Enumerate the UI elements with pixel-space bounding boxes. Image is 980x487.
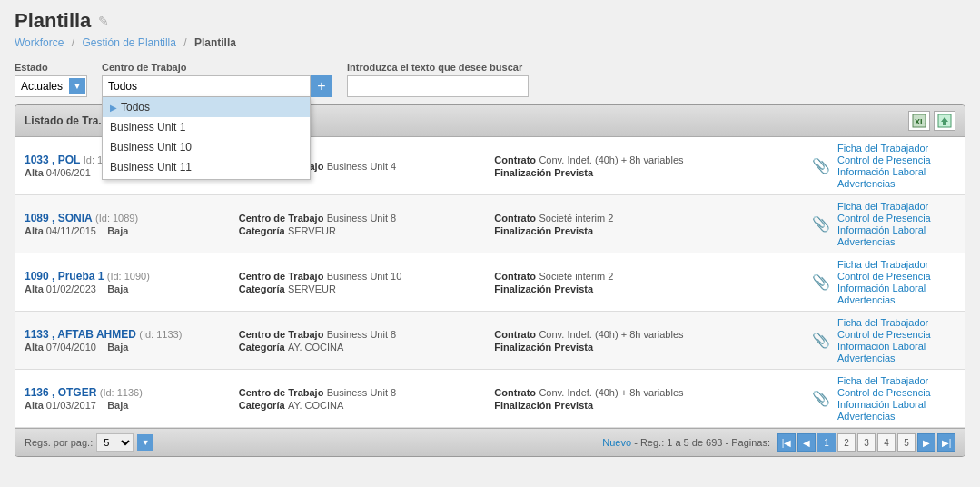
contrato-field-label-3: Contrato xyxy=(494,329,536,340)
next-page-button[interactable]: ▶ xyxy=(917,433,935,452)
centro-input[interactable] xyxy=(102,75,311,97)
breadcrumb-workforce[interactable]: Workforce xyxy=(15,36,64,49)
action-link-4-0[interactable]: Ficha del Trabajador xyxy=(837,375,955,386)
action-link-0-3[interactable]: Advertencias xyxy=(837,178,955,189)
action-link-0-2[interactable]: Información Laboral xyxy=(837,166,955,177)
emp-info-1: 1089 , SONIA (Id: 1089) Alta 04/11/2015 … xyxy=(25,212,232,236)
search-input[interactable] xyxy=(347,75,529,97)
page-button-2[interactable]: 2 xyxy=(837,433,856,452)
emp-actions-3: Ficha del TrabajadorControl de Presencia… xyxy=(837,317,955,363)
emp-name-0[interactable]: 1033 , POL xyxy=(25,154,80,166)
action-link-1-1[interactable]: Control de Presencia xyxy=(837,213,955,224)
action-link-0-0[interactable]: Ficha del Trabajador xyxy=(837,143,955,154)
page-button-5[interactable]: 5 xyxy=(897,433,916,452)
employee-list: 1033 , POL Id: 1033) Alta 04/06/201 Baja… xyxy=(15,137,965,428)
alta-label-3: Alta xyxy=(25,342,44,353)
xls-icon: XLS xyxy=(912,114,926,128)
fin-field-label-3: Finalización Prevista xyxy=(494,342,593,353)
page-wrapper: Plantilla ✎ Workforce / Gestión de Plant… xyxy=(0,0,980,487)
export-download-button[interactable] xyxy=(934,111,955,131)
action-link-4-3[interactable]: Advertencias xyxy=(837,411,955,422)
action-link-3-3[interactable]: Advertencias xyxy=(837,353,955,363)
dropdown-item-bu1[interactable]: Business Unit 1 xyxy=(103,117,310,137)
emp-contrato-1: Contrato Societé interim 2 Finalización … xyxy=(494,212,805,237)
download-icon xyxy=(937,114,952,128)
centro-field-label-2: Centro de Trabajo xyxy=(239,271,324,282)
per-page-arrow-button[interactable]: ▼ xyxy=(137,434,153,451)
breadcrumb-gestion[interactable]: Gestión de Plantilla xyxy=(83,36,176,49)
cat-field-value-4: AY. COCINA xyxy=(288,400,343,411)
pagination: Nuevo - Reg.: 1 a 5 de 693 - Paginas: |◀… xyxy=(602,433,955,452)
dropdown-item-bu11[interactable]: Business Unit 11 xyxy=(103,157,310,177)
centro-label: Centro de Trabajo xyxy=(102,62,332,73)
baja-label-3: Baja xyxy=(107,342,128,353)
baja-label-4: Baja xyxy=(107,400,128,411)
estado-arrow-icon[interactable] xyxy=(69,78,85,94)
centro-field-label-3: Centro de Trabajo xyxy=(239,329,324,340)
emp-name-4[interactable]: 1136 , OTGER xyxy=(25,386,96,399)
nuevo-label[interactable]: Nuevo xyxy=(602,437,631,448)
clip-icon-3[interactable]: 📎 xyxy=(812,332,830,350)
emp-dates-2: Alta 01/02/2023 Baja xyxy=(25,283,232,294)
per-page-select[interactable]: 5 10 25 xyxy=(96,433,134,452)
emp-id-1: (Id: 1089) xyxy=(95,213,138,224)
emp-name-3[interactable]: 1133 , AFTAB AHMED xyxy=(25,328,136,341)
fin-field-label-1: Finalización Prevista xyxy=(494,225,593,236)
search-label: Introduzca el texto que desee buscar xyxy=(347,62,529,73)
centro-add-button[interactable]: + xyxy=(311,75,332,97)
dropdown-item-bu12[interactable]: Business Unit 12 xyxy=(103,177,310,179)
cat-field-label-1: Categoría xyxy=(239,225,285,236)
action-link-1-2[interactable]: Información Laboral xyxy=(837,224,955,235)
emp-centro-2: Centro de Trabajo Business Unit 10 Categ… xyxy=(239,270,487,295)
clip-icon-2[interactable]: 📎 xyxy=(812,273,830,292)
action-link-3-1[interactable]: Control de Presencia xyxy=(837,329,955,340)
action-link-4-2[interactable]: Información Laboral xyxy=(837,399,955,410)
breadcrumb-sep-1: / xyxy=(72,36,74,49)
prev-page-button[interactable]: ◀ xyxy=(797,433,816,452)
contrato-field-value-4: Conv. Indef. (40h) + 8h variables xyxy=(539,387,683,398)
centro-field-label-4: Centro de Trabajo xyxy=(239,387,324,398)
emp-centro-4: Centro de Trabajo Business Unit 8 Catego… xyxy=(239,386,487,412)
page-button-4[interactable]: 4 xyxy=(877,433,896,452)
action-link-3-0[interactable]: Ficha del Trabajador xyxy=(837,317,955,328)
filters-row: Estado Actuales Todos Bajas Centro de Tr… xyxy=(15,62,965,97)
emp-actions-0: Ficha del TrabajadorControl de Presencia… xyxy=(837,143,955,189)
cat-field-label-2: Categoría xyxy=(239,283,285,294)
table-footer: Regs. por pag.: 5 10 25 ▼ Nuevo - Reg.: … xyxy=(15,428,965,456)
export-xls-button[interactable]: XLS xyxy=(908,111,930,131)
dropdown-item-label: Todos xyxy=(121,101,150,114)
action-link-2-2[interactable]: Información Laboral xyxy=(837,283,955,293)
edit-icon[interactable]: ✎ xyxy=(98,14,109,28)
action-link-2-1[interactable]: Control de Presencia xyxy=(837,271,955,282)
emp-name-1[interactable]: 1089 , SONIA xyxy=(25,212,93,224)
action-link-4-1[interactable]: Control de Presencia xyxy=(837,387,955,398)
dropdown-item-todos[interactable]: ▶ Todos xyxy=(103,97,310,117)
clip-icon-4[interactable]: 📎 xyxy=(812,390,830,408)
clip-icon-1[interactable]: 📎 xyxy=(812,215,830,234)
page-button-1[interactable]: 1 xyxy=(817,433,836,452)
baja-label-1: Baja xyxy=(107,225,128,236)
action-link-2-0[interactable]: Ficha del Trabajador xyxy=(837,259,955,270)
last-page-button[interactable]: ▶| xyxy=(937,433,955,452)
emp-info-2: 1090 , Prueba 1 (Id: 1090) Alta 01/02/20… xyxy=(25,270,232,294)
clip-icon-0[interactable]: 📎 xyxy=(812,157,830,175)
breadcrumb: Workforce / Gestión de Plantilla / Plant… xyxy=(15,36,965,49)
page-title: Plantilla xyxy=(15,9,91,33)
contrato-field-label-2: Contrato xyxy=(494,271,536,282)
emp-name-2[interactable]: 1090 , Prueba 1 xyxy=(25,270,104,283)
page-button-3[interactable]: 3 xyxy=(857,433,876,452)
action-link-3-2[interactable]: Información Laboral xyxy=(837,341,955,352)
emp-contrato-3: Contrato Conv. Indef. (40h) + 8h variabl… xyxy=(494,328,805,353)
action-link-2-3[interactable]: Advertencias xyxy=(837,294,955,305)
employee-row: 1090 , Prueba 1 (Id: 1090) Alta 01/02/20… xyxy=(15,253,965,312)
action-link-0-1[interactable]: Control de Presencia xyxy=(837,154,955,165)
centro-field-value-1: Business Unit 8 xyxy=(327,213,396,224)
emp-dates-3: Alta 07/04/2010 Baja xyxy=(25,342,232,353)
emp-contrato-0: Contrato Conv. Indef. (40h) + 8h variabl… xyxy=(494,154,805,179)
dropdown-item-bu10[interactable]: Business Unit 10 xyxy=(103,137,310,157)
action-link-1-3[interactable]: Advertencias xyxy=(837,236,955,247)
action-link-1-0[interactable]: Ficha del Trabajador xyxy=(837,201,955,212)
first-page-button[interactable]: |◀ xyxy=(777,433,796,452)
emp-actions-4: Ficha del TrabajadorControl de Presencia… xyxy=(837,375,955,422)
pagination-separator: - xyxy=(634,437,640,448)
